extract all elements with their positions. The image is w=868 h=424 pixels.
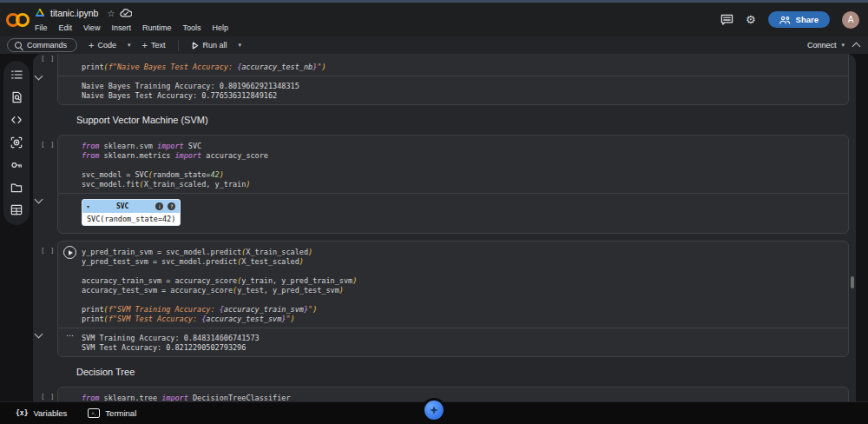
menu-file[interactable]: File bbox=[35, 23, 48, 32]
connect-button[interactable]: Connect ▾ bbox=[807, 41, 845, 50]
search-icon bbox=[15, 42, 22, 49]
cell-output: Naive Bayes Training Accuracy: 0.8019662… bbox=[58, 76, 848, 104]
code-editor[interactable]: y_pred_train_svm = svc_model.predict(X_t… bbox=[58, 242, 848, 328]
execution-count[interactable]: [ ] bbox=[41, 55, 56, 63]
output-line: Naive Bayes Training Accuracy: 0.8019662… bbox=[82, 82, 841, 91]
widget-title: SVC bbox=[116, 202, 128, 210]
section-heading: Support Vector Machine (SVM) bbox=[76, 115, 856, 126]
widget-help-badge[interactable]: ? bbox=[168, 202, 175, 210]
code-snippets-icon[interactable] bbox=[10, 113, 23, 126]
connect-dropdown-caret: ▾ bbox=[841, 42, 845, 49]
add-code-dropdown-caret[interactable]: ▾ bbox=[128, 42, 131, 49]
notebook-cell: [ ]from sklearn.svm import SVCfrom sklea… bbox=[33, 135, 856, 234]
notebook-title[interactable]: titanic.ipynb bbox=[50, 8, 98, 18]
output-line: SVM Test Accuracy: 0.8212290502793296 bbox=[82, 343, 841, 353]
run-all-dropdown-caret[interactable]: ▾ bbox=[238, 42, 241, 49]
code-line bbox=[82, 161, 841, 170]
code-line: from sklearn.metrics import accuracy_sco… bbox=[82, 151, 841, 161]
menubar: File Edit View Insert Runtime Tools Help bbox=[35, 22, 228, 33]
menu-tools[interactable]: Tools bbox=[182, 23, 201, 32]
cell-list: [ ]print(f"Naive Bayes Test Accuracy: {a… bbox=[33, 54, 856, 401]
variables-button[interactable]: {x} Variables bbox=[16, 408, 67, 418]
section-heading: Decision Tree bbox=[76, 367, 856, 378]
main-area: [ ]print(f"Naive Bayes Test Accuracy: {a… bbox=[0, 54, 868, 401]
output-line: Naive Bayes Test Accuracy: 0.77653631284… bbox=[82, 91, 841, 101]
output-line: SVM Training Accuracy: 0.848314606741573 bbox=[82, 334, 841, 343]
avatar[interactable]: A bbox=[842, 11, 859, 29]
run-all-label: Run all bbox=[202, 41, 227, 50]
cloud-saved-icon bbox=[120, 8, 132, 18]
code-editor[interactable]: from sklearn.tree import DecisionTreeCla… bbox=[58, 388, 848, 401]
eye-scan-icon[interactable] bbox=[10, 136, 23, 149]
execution-count[interactable]: [ ] bbox=[41, 247, 56, 255]
menu-insert[interactable]: Insert bbox=[111, 23, 131, 32]
add-code-label: Code bbox=[97, 41, 116, 50]
estimator-widget[interactable]: ▾SVCi?SVC(random_state=42) bbox=[82, 199, 181, 226]
secrets-key-icon[interactable] bbox=[10, 158, 23, 171]
estimator-widget-header[interactable]: ▾SVCi? bbox=[82, 200, 180, 213]
drive-icon bbox=[35, 8, 45, 18]
code-line: y_pred_train_svm = svc_model.predict(X_t… bbox=[82, 248, 841, 257]
comment-icon[interactable] bbox=[720, 14, 733, 26]
variables-label: Variables bbox=[33, 408, 67, 418]
widget-collapse-caret[interactable]: ▾ bbox=[87, 203, 89, 209]
terminal-icon: >_ bbox=[88, 408, 100, 418]
plus-icon: + bbox=[141, 42, 147, 50]
code-editor[interactable]: print(f"Naive Bayes Test Accuracy: {accu… bbox=[58, 54, 848, 76]
cell-output: ⋯SVM Training Accuracy: 0.84831460674157… bbox=[58, 328, 848, 356]
connect-label: Connect bbox=[807, 41, 837, 50]
add-text-button[interactable]: + Text bbox=[137, 39, 169, 51]
code-line: print(f"Naive Bayes Test Accuracy: {accu… bbox=[82, 63, 841, 72]
code-line: y_pred_test_svm = svc_model.predict(X_te… bbox=[82, 257, 841, 267]
files-folder-icon[interactable] bbox=[10, 181, 23, 194]
commands-button[interactable]: Commands bbox=[7, 38, 77, 52]
cell-output: ▾SVCi?SVC(random_state=42) bbox=[58, 193, 848, 233]
share-label: Share bbox=[796, 15, 819, 24]
toolbar: Commands + Code ▾ + Text Run all ▾ Conne… bbox=[0, 36, 868, 54]
code-line: from sklearn.tree import DecisionTreeCla… bbox=[82, 394, 841, 401]
scrollbar-thumb[interactable] bbox=[851, 276, 854, 288]
collapse-header-chevron[interactable] bbox=[852, 43, 861, 51]
toc-icon[interactable] bbox=[10, 68, 23, 81]
sidebar-icon-rail bbox=[3, 61, 30, 225]
star-icon[interactable]: ☆ bbox=[107, 9, 115, 18]
run-cell-button[interactable] bbox=[63, 246, 76, 259]
code-line bbox=[82, 295, 841, 305]
code-line: print(f"SVM Test Accuracy: {accuracy_tes… bbox=[82, 315, 841, 324]
menu-view[interactable]: View bbox=[83, 23, 100, 32]
code-line: accuracy_train_svm = accuracy_score(y_tr… bbox=[82, 276, 841, 286]
menu-edit[interactable]: Edit bbox=[59, 23, 73, 32]
code-line bbox=[82, 267, 841, 276]
execution-count[interactable]: [ ] bbox=[41, 141, 56, 149]
widget-repr: SVC(random_state=42) bbox=[82, 213, 180, 225]
execution-count[interactable]: [ ] bbox=[41, 393, 56, 401]
variables-icon: {x} bbox=[16, 409, 28, 417]
widget-info-badge[interactable]: i bbox=[155, 202, 163, 210]
share-button[interactable]: Share bbox=[768, 11, 830, 28]
colab-logo[interactable] bbox=[0, 13, 35, 27]
gemini-spark-button[interactable] bbox=[422, 398, 446, 422]
code-line: accuracy_test_svm = accuracy_score(y_tes… bbox=[82, 286, 841, 295]
code-editor[interactable]: from sklearn.svm import SVCfrom sklearn.… bbox=[58, 136, 848, 193]
menu-help[interactable]: Help bbox=[212, 23, 228, 32]
notebook-cell: [ ]y_pred_train_svm = svc_model.predict(… bbox=[33, 241, 856, 357]
terminal-button[interactable]: >_ Terminal bbox=[88, 408, 136, 418]
notebook-panel: [ ]print(f"Naive Bayes Test Accuracy: {a… bbox=[33, 54, 856, 401]
add-text-label: Text bbox=[151, 41, 166, 50]
code-line: svc_model = SVC(random_state=42) bbox=[82, 170, 841, 180]
share-people-icon bbox=[779, 16, 791, 24]
code-line: svc_model.fit(X_train_scaled, y_train) bbox=[82, 180, 841, 189]
add-code-button[interactable]: + Code bbox=[84, 39, 121, 51]
settings-gear-icon[interactable]: ⚙ bbox=[746, 13, 756, 26]
data-table-icon[interactable] bbox=[10, 203, 23, 216]
output-options[interactable]: ⋯ bbox=[66, 331, 74, 340]
status-bar: {x} Variables >_ Terminal bbox=[0, 401, 868, 424]
menu-runtime[interactable]: Runtime bbox=[142, 23, 172, 32]
left-sidebar bbox=[0, 54, 33, 401]
toolbar-divider bbox=[178, 40, 179, 51]
notebook-cell: [ ]print(f"Naive Bayes Test Accuracy: {a… bbox=[33, 54, 856, 105]
header: titanic.ipynb ☆ File Edit View Insert Ru… bbox=[0, 3, 868, 36]
run-all-play-icon bbox=[192, 42, 199, 50]
find-replace-icon[interactable] bbox=[10, 90, 23, 103]
run-all-button[interactable]: Run all bbox=[187, 39, 231, 51]
